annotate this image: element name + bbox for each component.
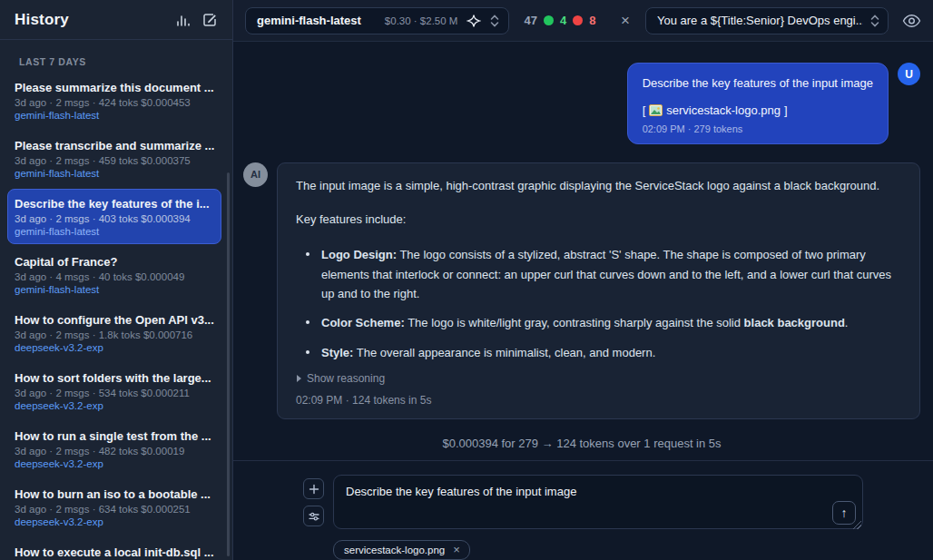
history-item-meta: 3d ago · 4 msgs · 40 toks $0.000049 <box>15 271 214 282</box>
bullet-bold: Style: <box>321 346 353 359</box>
history-item-title: Describe the key features of the i... <box>15 197 214 211</box>
app-window: History LAST 7 DAYS Please summarize thi… <box>0 0 933 560</box>
bullet-dot-icon <box>306 252 309 256</box>
history-item[interactable]: Please transcribe and summarize ... 3d a… <box>7 131 221 186</box>
bullet-dot-icon <box>306 320 309 324</box>
settings-sliders-button[interactable] <box>303 506 324 526</box>
history-item-model: deepseek-v3.2-exp <box>15 342 214 353</box>
history-item-meta: 3d ago · 2 msgs · 634 toks $0.000251 <box>15 504 214 515</box>
history-item-model: gemini-flash-latest <box>15 110 214 121</box>
chevron-updown-icon <box>490 14 499 28</box>
user-attachment-line: [ servicestack-logo.png] <box>643 103 873 117</box>
ai-bullet: Logo Design: The logo consists of a styl… <box>304 245 901 303</box>
system-prompt-text: You are a ${Title:Senior} DevOps engi... <box>657 14 863 27</box>
success-count: 4 <box>560 14 566 27</box>
bullet-text: The logo consists of a stylized, abstrac… <box>321 248 891 300</box>
bullet-bold: Logo Design: <box>321 248 397 261</box>
history-item[interactable]: Capital of France? 3d ago · 4 msgs · 40 … <box>7 247 221 302</box>
sparkle-icon <box>466 14 481 28</box>
remove-attachment-icon[interactable]: × <box>453 544 460 555</box>
ai-paragraph: The input image is a simple, high-contra… <box>296 177 901 196</box>
bullet-bold: black background <box>744 316 845 329</box>
history-item[interactable]: How to burn an iso to a bootable ... 3d … <box>7 479 221 535</box>
request-count: 47 <box>524 14 536 27</box>
message-input[interactable]: Describe the key features of the input i… <box>333 475 863 529</box>
ai-avatar: AI <box>243 162 268 187</box>
history-item-title: How to execute a local init-db.sql ... <box>15 545 214 559</box>
bracket-close: ] <box>784 103 788 117</box>
history-item-meta: 3d ago · 2 msgs · 424 toks $0.000453 <box>15 97 214 108</box>
history-item[interactable]: How to configure the Open API v3... 3d a… <box>7 305 221 360</box>
history-item-title: How to configure the Open API v3... <box>15 313 214 327</box>
attach-button[interactable] <box>303 478 324 499</box>
eye-icon[interactable] <box>902 14 921 28</box>
user-message-text: Describe the key features of the input i… <box>643 75 873 92</box>
ai-bullet-list: Logo Design: The logo consists of a styl… <box>296 245 901 362</box>
attachment-chip[interactable]: servicestack-logo.png × <box>333 540 470 560</box>
sidebar-scrollbar[interactable] <box>227 172 230 556</box>
topbar: gemini-flash-latest $0.30 · $2.50 M 47 4… <box>233 0 933 42</box>
history-item-model: deepseek-v3.2-exp <box>15 400 214 411</box>
history-section-label: LAST 7 DAYS <box>7 42 221 73</box>
model-price: $0.30 · $2.50 M <box>385 15 458 26</box>
history-item-title: How to run a single test from the ... <box>15 429 214 443</box>
history-item-model: gemini-flash-latest <box>15 284 214 295</box>
chevron-right-icon <box>297 375 301 382</box>
bullet-text: . <box>845 316 849 329</box>
main-panel: gemini-flash-latest $0.30 · $2.50 M 47 4… <box>233 0 933 560</box>
ai-bullet: Color Scheme: The logo is white/light gr… <box>304 313 901 332</box>
sliders-icon <box>309 511 319 522</box>
history-item-model: deepseek-v3.2-exp <box>15 458 214 469</box>
composer-buttons <box>303 475 324 533</box>
ai-message-row: AI The input image is a simple, high-con… <box>243 162 920 420</box>
history-item-meta: 3d ago · 2 msgs · 1.8k toks $0.000716 <box>15 329 214 340</box>
history-item-meta: 3d ago · 2 msgs · 534 toks $0.000211 <box>15 388 214 398</box>
history-item-meta: 3d ago · 2 msgs · 403 toks $0.000394 <box>15 213 214 224</box>
ai-bullet: Style: The overall appearance is minimal… <box>304 343 901 362</box>
attachment-chip-row: servicestack-logo.png × <box>303 540 863 560</box>
page-title: History <box>15 11 69 29</box>
chat-area: Describe the key features of the input i… <box>233 42 933 460</box>
sidebar-actions <box>175 12 218 28</box>
history-item[interactable]: How to run a single test from the ... 3d… <box>7 421 221 476</box>
history-list: LAST 7 DAYS Please summarize this docume… <box>0 40 232 560</box>
message-input-wrapper: Describe the key features of the input i… <box>333 475 863 533</box>
attachment-chip-name: servicestack-logo.png <box>344 545 445 555</box>
error-count: 8 <box>589 14 595 27</box>
history-item-title: How to sort folders with the large... <box>15 371 214 385</box>
history-item-meta: 3d ago · 2 msgs · 482 toks $0.00019 <box>15 446 214 457</box>
chevron-updown-icon <box>870 14 879 28</box>
ai-message-meta: 02:09 PM · 124 tokens in 5s <box>296 394 901 407</box>
composer: Describe the key features of the input i… <box>233 461 933 560</box>
history-item-title: Capital of France? <box>15 255 214 269</box>
usage-chart-icon[interactable] <box>175 13 191 28</box>
new-chat-icon[interactable] <box>201 12 218 28</box>
history-item-model: gemini-flash-latest <box>15 226 214 237</box>
bullet-text: The overall appearance is minimalist, cl… <box>353 346 655 359</box>
usage-summary: $0.000394 for 279 → 124 tokens over 1 re… <box>243 437 920 450</box>
model-selector[interactable]: gemini-flash-latest $0.30 · $2.50 M <box>245 7 509 34</box>
sidebar: History LAST 7 DAYS Please summarize thi… <box>0 0 233 560</box>
image-attachment-icon <box>649 104 663 116</box>
ai-paragraph: Key features include: <box>296 211 901 230</box>
success-dot-icon <box>544 15 554 25</box>
history-item[interactable]: How to sort folders with the large... 3d… <box>7 363 221 418</box>
composer-row: Describe the key features of the input i… <box>303 475 863 533</box>
system-prompt-selector[interactable]: You are a ${Title:Senior} DevOps engi... <box>645 7 889 34</box>
history-item[interactable]: How to execute a local init-db.sql ... 3… <box>7 537 221 560</box>
user-avatar: U <box>898 63 920 85</box>
history-item-model: gemini-flash-latest <box>15 168 214 179</box>
history-item-title: Please transcribe and summarize ... <box>15 139 214 152</box>
show-reasoning-toggle[interactable]: Show reasoning <box>297 372 901 385</box>
resize-handle[interactable] <box>853 521 861 529</box>
sidebar-header: History <box>0 0 232 40</box>
bracket-open: [ <box>643 103 646 117</box>
close-icon[interactable]: × <box>619 11 632 30</box>
plus-icon <box>309 484 319 495</box>
request-stats: 47 4 8 <box>524 14 595 27</box>
history-item[interactable]: Please summarize this document ... 3d ag… <box>7 73 221 128</box>
history-item-selected[interactable]: Describe the key features of the i... 3d… <box>7 189 221 244</box>
history-item-model: deepseek-v3.2-exp <box>15 516 214 527</box>
bullet-bold: Color Scheme: <box>321 316 405 329</box>
bullet-dot-icon <box>306 350 309 354</box>
